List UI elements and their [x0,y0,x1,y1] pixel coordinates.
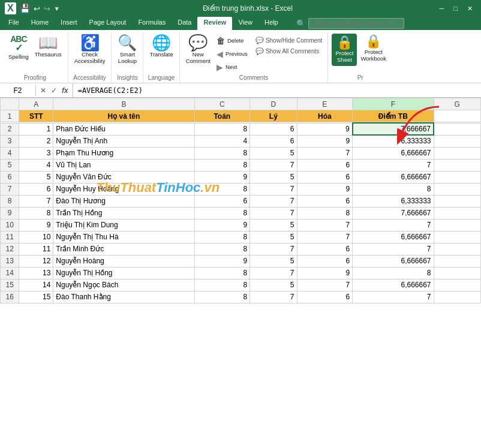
cell-g3[interactable] [434,135,480,147]
cell-a16[interactable]: 15 [19,291,53,303]
show-hide-comment-button[interactable]: 💬 Show/Hide Comment [254,36,324,45]
cell-e10[interactable]: 7 [297,219,353,231]
tab-home[interactable]: Home [25,17,55,30]
cell-c2[interactable]: 8 [194,123,250,135]
cell-f10[interactable]: 7 [353,219,434,231]
cell-e11[interactable]: 7 [297,231,353,243]
col-header-d[interactable]: D [250,98,297,110]
cell-e5[interactable]: 6 [297,159,353,171]
cell-b11[interactable]: Nguyễn Thị Thu Hà [53,231,194,243]
row-num-7[interactable]: 7 [1,183,19,195]
row-num-5[interactable]: 5 [1,159,19,171]
cell-f13[interactable]: 6,666667 [353,255,434,267]
protect-workbook-button[interactable]: 🔒 ProtectWorkbook [358,34,389,64]
cell-b13[interactable]: Nguyễn Hoàng [53,255,194,267]
minimize-button[interactable]: ─ [436,4,448,13]
cell-g5[interactable] [434,159,480,171]
cell-f1[interactable]: Điểm TB [353,110,434,122]
formula-input[interactable]: =AVERAGE(C2:E2) [73,85,481,96]
row-num-9[interactable]: 9 [1,207,19,219]
cell-f16[interactable]: 7 [353,291,434,303]
cell-b6[interactable]: Nguyễn Văn Đức [53,171,194,183]
cell-d12[interactable]: 7 [250,243,297,255]
cell-c14[interactable]: 8 [194,267,250,279]
cell-f4[interactable]: 6,666667 [353,147,434,159]
cell-f6[interactable]: 6,666667 [353,171,434,183]
cell-g16[interactable] [434,291,480,303]
spelling-button[interactable]: ABC✓ Spelling [6,34,31,61]
tab-formulas[interactable]: Formulas [132,17,172,30]
cell-c9[interactable]: 8 [194,207,250,219]
cell-e2[interactable]: 9 [297,123,353,135]
row-num-2[interactable]: 2 [1,123,19,135]
cell-d14[interactable]: 7 [250,267,297,279]
prev-comment-button[interactable]: ◀ Previous [214,48,250,60]
cell-e12[interactable]: 6 [297,243,353,255]
row-num-13[interactable]: 13 [1,255,19,267]
row-num-12[interactable]: 12 [1,243,19,255]
tab-view[interactable]: View [232,17,258,30]
cell-a10[interactable]: 9 [19,219,53,231]
cell-a7[interactable]: 6 [19,183,53,195]
col-header-g[interactable]: G [434,98,480,110]
col-header-a[interactable]: A [19,98,53,110]
cell-a14[interactable]: 13 [19,267,53,279]
cell-g1[interactable] [434,110,480,122]
translate-button[interactable]: 🌐 Translate [147,34,175,59]
cell-a12[interactable]: 11 [19,243,53,255]
cell-d4[interactable]: 5 [250,147,297,159]
cell-b5[interactable]: Vũ Thị Lan [53,159,194,171]
cell-b7[interactable]: Nguyễn Huy Hoàng [53,183,194,195]
cell-f3[interactable]: 6,333333 [353,135,434,147]
cell-g9[interactable] [434,207,480,219]
cell-b14[interactable]: Nguyễn Thị Hồng [53,267,194,279]
cell-g4[interactable] [434,147,480,159]
cell-c13[interactable]: 9 [194,255,250,267]
cell-c15[interactable]: 8 [194,279,250,291]
maximize-button[interactable]: □ [450,4,461,13]
cell-b4[interactable]: Phạm Thu Hương [53,147,194,159]
cell-g8[interactable] [434,195,480,207]
cell-g6[interactable] [434,171,480,183]
cell-c6[interactable]: 9 [194,171,250,183]
cell-b3[interactable]: Nguyễn Thị Anh [53,135,194,147]
next-comment-button[interactable]: ▶ Next [214,61,250,73]
cell-e15[interactable]: 7 [297,279,353,291]
cell-a11[interactable]: 10 [19,231,53,243]
cell-g14[interactable] [434,267,480,279]
smart-lookup-button[interactable]: 🔍 SmartLookup [115,34,139,66]
col-header-e[interactable]: E [297,98,353,110]
cell-e16[interactable]: 6 [297,291,353,303]
cell-c11[interactable]: 8 [194,231,250,243]
row-num-14[interactable]: 14 [1,267,19,279]
cell-c1[interactable]: Toán [194,110,250,122]
undo-icon[interactable]: ↩ [34,4,40,13]
cell-d5[interactable]: 7 [250,159,297,171]
cell-d1[interactable]: Lý [250,110,297,122]
cell-d2[interactable]: 6 [250,123,297,135]
cell-c8[interactable]: 6 [194,195,250,207]
cell-e1[interactable]: Hóa [297,110,353,122]
row-num-8[interactable]: 8 [1,195,19,207]
cell-a5[interactable]: 4 [19,159,53,171]
row-num-11[interactable]: 11 [1,231,19,243]
cell-e7[interactable]: 9 [297,183,353,195]
row-num-15[interactable]: 15 [1,279,19,291]
tab-page-layout[interactable]: Page Layout [83,17,133,30]
cell-g12[interactable] [434,243,480,255]
protect-sheet-button[interactable]: 🔒 ProtectSheet [332,34,357,66]
cell-d9[interactable]: 7 [250,207,297,219]
row-num-4[interactable]: 4 [1,147,19,159]
cell-a15[interactable]: 14 [19,279,53,291]
cell-a2[interactable]: 1 [19,123,53,135]
row-num-1[interactable]: 1 [1,110,19,122]
cell-c16[interactable]: 8 [194,291,250,303]
cell-a4[interactable]: 3 [19,147,53,159]
cell-g7[interactable] [434,183,480,195]
cell-c12[interactable]: 8 [194,243,250,255]
cell-d6[interactable]: 5 [250,171,297,183]
cell-b8[interactable]: Đào Thị Hương [53,195,194,207]
cell-d3[interactable]: 6 [250,135,297,147]
cell-a3[interactable]: 2 [19,135,53,147]
cell-e6[interactable]: 6 [297,171,353,183]
